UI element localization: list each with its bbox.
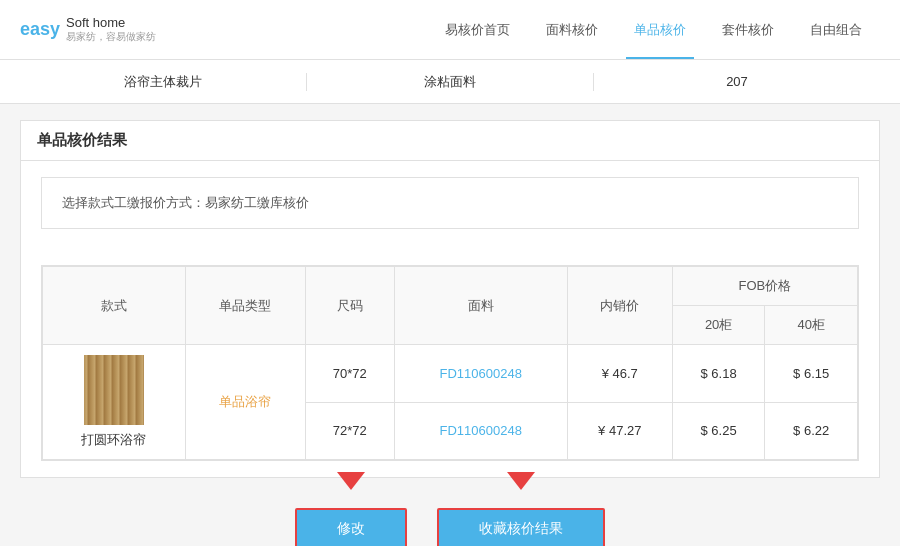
- td-fabric-2[interactable]: FD110600248: [394, 402, 567, 460]
- product-thumbnail: [84, 355, 144, 425]
- modify-arrow-icon: [337, 472, 365, 490]
- curtain-image: [84, 355, 144, 425]
- th-fob: FOB价格: [672, 267, 857, 306]
- nav-item-set[interactable]: 套件核价: [704, 1, 792, 59]
- info-cell-fabric: 浴帘主体裁片: [20, 73, 307, 91]
- save-button-wrapper: 收藏核价结果: [437, 508, 605, 546]
- header: easy Soft home 易家纺，容易做家纺 易核价首页 面料核价 单品核价…: [0, 0, 900, 60]
- modify-button-wrapper: 修改: [295, 508, 407, 546]
- td-size-1: 70*72: [305, 345, 394, 403]
- button-row: 修改 收藏核价结果: [20, 498, 880, 546]
- td-size-2: 72*72: [305, 402, 394, 460]
- logo-easy-text: easy: [20, 19, 60, 40]
- main-content: 单品核价结果 选择款式工缴报价方式：易家纺工缴库核价 款式 单品类型 尺码 面料…: [0, 104, 900, 546]
- pricing-table: 款式 单品类型 尺码 面料 内销价 FOB价格 20柜 40柜: [42, 266, 858, 460]
- select-box-wrapper: 选择款式工缴报价方式：易家纺工缴库核价: [21, 161, 879, 265]
- pricing-table-container: 款式 单品类型 尺码 面料 内销价 FOB价格 20柜 40柜: [41, 265, 859, 461]
- table-row: 打圆环浴帘 单品浴帘 70*72 FD110600248 ¥ 46.7 $ 6.…: [43, 345, 858, 403]
- select-box: 选择款式工缴报价方式：易家纺工缴库核价: [41, 177, 859, 229]
- th-domestic-price: 内销价: [567, 267, 672, 345]
- td-type: 单品浴帘: [185, 345, 305, 460]
- nav-item-single[interactable]: 单品核价: [616, 1, 704, 59]
- main-nav: 易核价首页 面料核价 单品核价 套件核价 自由组合: [427, 1, 880, 59]
- td-domestic-1: ¥ 46.7: [567, 345, 672, 403]
- table-wrapper: 款式 单品类型 尺码 面料 内销价 FOB价格 20柜 40柜: [21, 265, 879, 477]
- th-size: 尺码: [305, 267, 394, 345]
- info-cell-material: 涂粘面料: [307, 73, 594, 91]
- logo-tagline-text: 易家纺，容易做家纺: [66, 30, 156, 44]
- td-style-image: 打圆环浴帘: [43, 345, 186, 460]
- td-fob40-2: $ 6.22: [765, 402, 858, 460]
- nav-item-combo[interactable]: 自由组合: [792, 1, 880, 59]
- td-fob20-1: $ 6.18: [672, 345, 765, 403]
- nav-item-home[interactable]: 易核价首页: [427, 1, 528, 59]
- info-bar: 浴帘主体裁片 涂粘面料 207: [0, 60, 900, 104]
- logo: easy Soft home 易家纺，容易做家纺: [20, 15, 180, 44]
- th-container20: 20柜: [672, 306, 765, 345]
- th-type: 单品类型: [185, 267, 305, 345]
- td-domestic-2: ¥ 47.27: [567, 402, 672, 460]
- result-section: 单品核价结果 选择款式工缴报价方式：易家纺工缴库核价 款式 单品类型 尺码 面料…: [20, 120, 880, 478]
- td-fob40-1: $ 6.15: [765, 345, 858, 403]
- modify-button[interactable]: 修改: [295, 508, 407, 546]
- td-fabric-1[interactable]: FD110600248: [394, 345, 567, 403]
- section-title: 单品核价结果: [21, 121, 879, 161]
- logo-name-text: Soft home: [66, 15, 125, 30]
- nav-item-fabric[interactable]: 面料核价: [528, 1, 616, 59]
- td-style-name: 打圆环浴帘: [51, 431, 177, 449]
- td-fob20-2: $ 6.25: [672, 402, 765, 460]
- th-style: 款式: [43, 267, 186, 345]
- th-container40: 40柜: [765, 306, 858, 345]
- th-fabric: 面料: [394, 267, 567, 345]
- save-arrow-icon: [507, 472, 535, 490]
- save-button[interactable]: 收藏核价结果: [437, 508, 605, 546]
- info-cell-number: 207: [594, 74, 880, 89]
